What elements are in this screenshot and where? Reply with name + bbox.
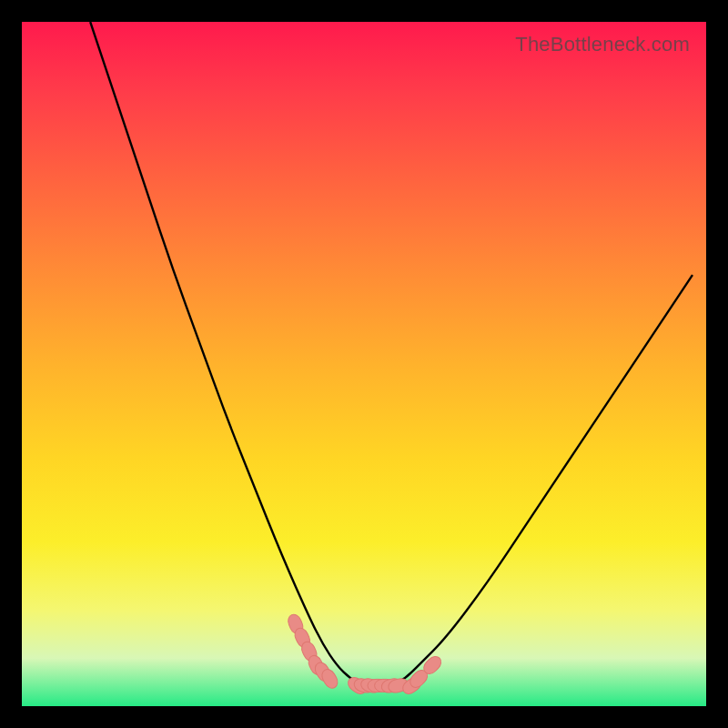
- sweet-spot-marker: [407, 667, 430, 690]
- sweet-spot-marker: [312, 660, 333, 683]
- sweet-spot-marker: [306, 653, 326, 677]
- watermark-text: TheBottleneck.com: [515, 33, 690, 56]
- sweet-spot-marker: [375, 679, 395, 692]
- sweet-spot-marker: [346, 674, 369, 696]
- sweet-spot-marker: [286, 612, 305, 636]
- sweet-spot-marker: [353, 677, 376, 694]
- sweet-spot-marker: [292, 626, 312, 650]
- chart-plot-area: TheBottleneck.com: [22, 22, 706, 706]
- sweet-spot-marker: [359, 677, 382, 694]
- sweet-spot-marker: [400, 674, 424, 696]
- sweet-spot-marker: [380, 677, 403, 694]
- sweet-spot-marker: [368, 679, 388, 692]
- sweet-spot-marker: [319, 667, 340, 691]
- sweet-spot-marker-group: [286, 612, 444, 697]
- sweet-spot-marker: [420, 653, 443, 676]
- bottleneck-curve-path: [90, 22, 693, 685]
- sweet-spot-marker: [387, 677, 410, 694]
- bottleneck-chart: [22, 22, 706, 706]
- sweet-spot-marker: [299, 640, 319, 663]
